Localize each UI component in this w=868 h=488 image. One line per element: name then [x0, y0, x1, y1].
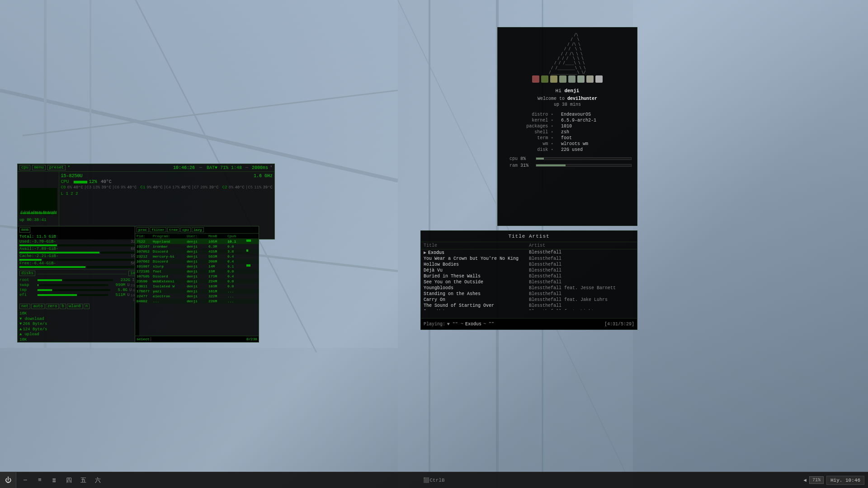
core-C2: C28%40°C|C511%39°C [222, 185, 273, 190]
disk-val: 22G used [560, 147, 632, 153]
cpu-model-header: i5-8250U 1.6 GHz [61, 174, 273, 178]
lazy-tab[interactable]: lazy [192, 227, 204, 232]
net-b: b [60, 304, 66, 309]
neo-uptime: up 38 mins [503, 102, 632, 107]
proc-row[interactable]: 107662 Discord denji 208M 0.4 [135, 259, 259, 264]
proc-cpu-header: Cpu% [227, 234, 246, 238]
music-track[interactable]: Carry On Blessthefall feat. Jake Luhrs [421, 297, 637, 303]
playing-suffix: ~ ❞❞ [483, 321, 494, 327]
playing-title: Exodus [465, 322, 481, 327]
music-window: Title Artist Title Artist ▶Exodus Blesst… [420, 230, 637, 330]
disk-efi: efi 511M U 10M [19, 293, 137, 297]
proc-row[interactable]: 23590 WebExtensi denji 224M 0.0 [135, 279, 259, 284]
proc-footer: select │ 0/238 [135, 336, 259, 342]
cpu-freq: 1.6 GHz [254, 174, 273, 178]
music-footer: Playing: ♥ ❝❝ ~ Exodus ~ ❞❞ [4:31/5:29] [421, 318, 637, 329]
proc-pid-header: Pid: [137, 234, 153, 238]
core-C0: C06%40°C|C313%39°C|C69%40°C [61, 185, 137, 190]
cpu-cores-grid: C06%40°C|C313%39°C|C69%40°C C19%40°C|C41… [61, 185, 273, 190]
taskbar-icon-5[interactable]: 五 [78, 475, 89, 486]
net-title: net [19, 304, 30, 309]
cpu-star: * [67, 165, 70, 170]
cpu-graph [19, 188, 57, 215]
disk-section: disks io root 232G IO swap 999M U 33G tm… [18, 270, 139, 303]
proc-tab[interactable]: proc [137, 227, 149, 232]
net-n: n [84, 304, 90, 309]
proc-row[interactable]: 192167 ironbar denji 6.3M 0.0 [135, 244, 259, 249]
mem-total: Total: 11.5 GiB [19, 235, 137, 239]
color-dot-8 [595, 75, 603, 83]
cpu-titlebar: cpu menu preset * 10:46:26 ─ BAT▼ 71% 1:… [18, 164, 274, 172]
music-track[interactable]: Standing on the Ashes Blessthefall [421, 291, 637, 297]
neo-wm-row: wm ▪ wlroots wm [503, 141, 632, 147]
cpu-load-avg: L 1 2 2 [61, 192, 273, 196]
proc-titlebar: proc filter tree cpu lazy [135, 226, 259, 234]
taskbar-icon-2[interactable]: ≡ [34, 475, 45, 486]
core-C1: C19%40°C|C417%40°C|C720%39°C [140, 185, 218, 190]
proc-prog-header: Program: [153, 234, 187, 238]
proc-row[interactable]: 191997 slurp denji 14M 9.1 [135, 264, 259, 269]
taskbar-icons: ─ ≡ ≣ 四 五 六 [16, 475, 803, 486]
music-track[interactable]: See You on the Outside Blessthefall [421, 279, 637, 285]
net-auto: auto [31, 304, 45, 309]
music-track[interactable]: Youngbloods Blessthefall feat. Jesse Bar… [421, 285, 637, 291]
music-track[interactable]: You Wear a Crown but You're No King Bles… [421, 256, 637, 262]
proc-user-header: User: [187, 234, 208, 238]
proc-select-label: select [137, 337, 150, 341]
neo-packages-row: packages ▪ 1010 [503, 123, 632, 129]
proc-row[interactable]: 23811 Isolated W denji 183M 0.0 [135, 284, 259, 289]
color-dot-1 [532, 75, 539, 83]
tree-tab[interactable]: tree [167, 227, 179, 232]
cpu-model-label: i5-8250U [61, 174, 83, 178]
music-track[interactable]: The Sound of Starting Over Blessthefall [421, 303, 637, 309]
taskbar-icon-3[interactable]: ≣ [49, 475, 60, 486]
filter-tab[interactable]: filter [150, 227, 166, 232]
net-wlan: wlan0 [67, 304, 83, 309]
cpu-preset-tab[interactable]: preset [47, 165, 66, 170]
net-zero: zero [46, 304, 59, 309]
music-track-active[interactable]: ▶Exodus Blessthefall [421, 249, 637, 256]
music-track[interactable]: Buried in These Walls Blessthefall [421, 273, 637, 279]
proc-row[interactable]: 107852 Discord denji 415M 3.8 [135, 249, 259, 254]
neo-ram-pct: 31% [520, 163, 533, 168]
neo-cpu-label: cpu [503, 156, 518, 161]
neo-ram-fill [536, 164, 566, 166]
net-section: net auto zero b wlan0 n 10K ▼ download ▼… [18, 303, 139, 343]
packages-val: 1010 [560, 123, 632, 129]
proc-bar-header [246, 234, 255, 238]
mem-avail-row: Avail:-7.89-GiB- 68% [19, 247, 137, 251]
neo-ram-label: ram [503, 163, 518, 168]
neo-cpu-bar-row: cpu 8% [503, 156, 632, 161]
neo-kernel-row: kernel ▪ 6.5.9-arch2-1 [503, 117, 632, 123]
cpu-tab-proc[interactable]: cpu [180, 227, 190, 232]
proc-row[interactable]: 107505 Discord denji 173M 0.4 [135, 274, 259, 279]
taskbar-icon-6[interactable]: 六 [92, 475, 103, 486]
proc-row[interactable]: 84082 ... denji 228M ... [135, 299, 259, 304]
cpu-main-temp: 40°C [101, 179, 112, 184]
wm-val: wlroots wm [560, 141, 632, 147]
proc-row[interactable]: 176677 yazi denji 161M ... [135, 289, 259, 294]
music-track[interactable]: Hollow Bodies Blessthefall [421, 262, 637, 267]
proc-mem-header: MemB [208, 234, 227, 238]
proc-row[interactable]: 172185 foot denji 15M 0.0 [135, 269, 259, 274]
taskbar: ⏻ ─ ≡ ≣ 四 五 六 ⬛CtrlB ◀ 71% Hiy. 10:46 [0, 472, 868, 488]
color-dot-4 [559, 75, 566, 83]
taskbar-clock: Hiy. 10:46 [826, 476, 864, 485]
music-track[interactable]: Open Water Blessthefall feat. Lights [421, 309, 637, 310]
color-dot-6 [577, 75, 585, 83]
proc-row[interactable]: 23212 mercury-bi denji 563M 0.4 [135, 254, 259, 259]
disk-root: root 232G IO [19, 278, 137, 282]
color-dot-7 [586, 75, 594, 83]
cpu-menu-tab[interactable]: menu [32, 165, 46, 170]
cpu-latency: 2000ns [252, 165, 268, 170]
proc-count: 0/238 [246, 337, 257, 341]
taskbar-icon-1[interactable]: ─ [20, 475, 31, 486]
cpu-tab[interactable]: cpu [19, 165, 30, 170]
taskbar-app-label: ⬛CtrlB [423, 478, 444, 483]
music-track[interactable]: Déjà Vu Blessthefall [421, 267, 637, 273]
power-button[interactable]: ⏻ [0, 472, 16, 488]
proc-row[interactable]: 7522 Hyprland denji 165M 10.1 [135, 239, 259, 244]
proc-row[interactable]: 22477 electron denji 322M ... [135, 294, 259, 299]
ascii-art: /\ / \ / /\ \ / / \ \ / / /\ \ \ / / / \… [503, 33, 632, 75]
taskbar-icon-4[interactable]: 四 [63, 475, 74, 486]
